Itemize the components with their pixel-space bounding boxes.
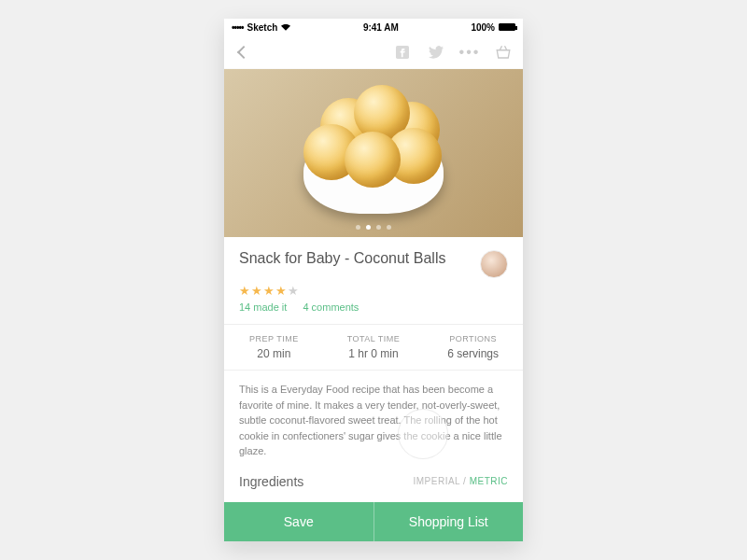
signal-dots: ••••• bbox=[232, 22, 244, 33]
back-button[interactable] bbox=[235, 44, 252, 61]
battery-percent: 100% bbox=[471, 22, 495, 33]
save-button[interactable]: Save bbox=[224, 502, 374, 541]
status-bar: ••••• Sketch 9:41 AM 100% bbox=[224, 19, 523, 35]
carrier-label: Sketch bbox=[247, 22, 278, 33]
recipe-stats: PREP TIME 20 min TOTAL TIME 1 hr 0 min P… bbox=[224, 324, 523, 371]
battery-icon bbox=[499, 23, 515, 31]
total-value: 1 hr 0 min bbox=[324, 347, 424, 360]
unit-metric[interactable]: METRIC bbox=[470, 476, 508, 486]
made-it-link[interactable]: 14 made it bbox=[239, 301, 287, 313]
total-label: TOTAL TIME bbox=[324, 334, 424, 343]
clock: 9:41 AM bbox=[363, 22, 399, 33]
nav-bar: ••• bbox=[224, 35, 523, 69]
phone-frame: ••••• Sketch 9:41 AM 100% ••• bbox=[224, 19, 523, 541]
wifi-icon bbox=[281, 23, 290, 31]
facebook-icon[interactable] bbox=[394, 44, 411, 61]
portions-label: PORTIONS bbox=[423, 334, 523, 343]
ingredients-heading: Ingredients bbox=[239, 474, 303, 489]
rating-stars[interactable]: ★★★★★ bbox=[224, 284, 523, 298]
unit-imperial[interactable]: IMPERIAL bbox=[414, 476, 460, 486]
portions-value: 6 servings bbox=[423, 347, 523, 360]
recipe-description: This is a Everyday Food recipe that has … bbox=[224, 371, 523, 470]
basket-icon[interactable] bbox=[495, 44, 512, 61]
hero-image[interactable] bbox=[224, 69, 523, 237]
more-icon[interactable]: ••• bbox=[461, 44, 478, 61]
image-pager[interactable] bbox=[224, 225, 523, 230]
recipe-title: Snack for Baby - Coconut Balls bbox=[239, 250, 445, 267]
shopping-list-button[interactable]: Shopping List bbox=[374, 502, 524, 541]
unit-toggle[interactable]: IMPERIAL / METRIC bbox=[414, 476, 509, 486]
author-avatar[interactable] bbox=[480, 250, 508, 278]
comments-link[interactable]: 4 comments bbox=[303, 301, 359, 313]
twitter-icon[interactable] bbox=[428, 44, 444, 61]
content-area: Snack for Baby - Coconut Balls ★★★★★ 14 … bbox=[224, 237, 523, 502]
bottom-bar: Save Shopping List bbox=[224, 502, 523, 541]
prep-label: PREP TIME bbox=[224, 334, 324, 343]
recipe-meta-links: 14 made it 4 comments bbox=[224, 298, 523, 324]
prep-value: 20 min bbox=[224, 347, 324, 360]
